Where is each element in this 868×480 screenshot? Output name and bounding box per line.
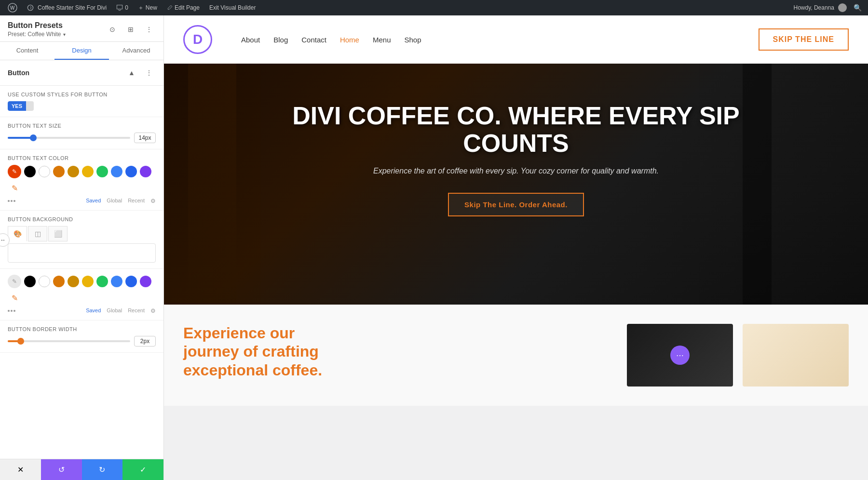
bg-color-settings-icon[interactable]: ⚙ [150,307,156,314]
border-width-slider-track[interactable] [8,340,130,342]
wp-logo-btn[interactable]: W [4,0,21,15]
button-section-header: Button ▲ ⋮ [0,60,163,86]
coffee-site-link[interactable]: Coffee Starter Site For Divi [23,0,110,15]
color-white[interactable] [39,166,50,177]
text-size-label: Button Text Size [8,123,156,129]
user-avatar[interactable] [838,3,847,12]
color-green[interactable] [96,166,108,177]
below-hero-title: Experience our journey of crafting excep… [183,324,612,379]
color-yellow-orange[interactable] [68,166,79,177]
below-card-dark: ⋯ [627,324,733,387]
tab-design[interactable]: Design [54,42,109,60]
color-settings-icon[interactable]: ⚙ [150,198,156,204]
card-circle-icon: ⋯ [670,346,690,365]
preset-chevron-icon[interactable]: ▾ [63,32,66,37]
below-hero-cards: ⋯ [627,324,849,387]
panel-subtitle: Preset: Coffee White ▾ [8,31,66,38]
color-blue-dark[interactable] [125,166,137,177]
svg-point-2 [27,5,33,10]
color-more-btn[interactable] [8,200,15,202]
bg-color-picker[interactable]: ✎ [8,275,21,288]
skip-line-header-btn[interactable]: Skip the Line [759,28,849,51]
below-hero-section: Experience our journey of crafting excep… [164,305,868,406]
new-content-btn[interactable]: ＋ New [134,0,161,15]
admin-bar-right: Howdy, Deanna 🔍 [794,1,865,14]
focus-mode-btn[interactable]: ⊙ [106,23,119,36]
nav-contact[interactable]: Contact [301,36,326,44]
collapse-section-btn[interactable]: ▲ [125,66,138,80]
nav-home[interactable]: Home [340,36,359,44]
redo-icon: ↻ [99,465,105,474]
toggle-no-label [26,104,34,108]
bg-color-orange[interactable] [53,276,65,287]
bg-color-blue-dark[interactable] [125,276,137,287]
save-icon: ✓ [140,465,146,474]
color-blue[interactable] [111,166,122,177]
text-size-value[interactable]: 14px [134,133,156,143]
section-more-btn[interactable]: ⋮ [142,66,156,80]
custom-styles-label: Use Custom Styles For Button [8,92,156,97]
admin-search-btn[interactable]: 🔍 [851,1,864,14]
nav-menu[interactable]: Menu [373,36,391,44]
redo-btn[interactable]: ↻ [82,459,123,480]
saved-tag: Saved [86,198,101,204]
color-purple[interactable] [140,166,151,177]
howdy-label: Howdy, Deanna [794,4,835,11]
tab-advanced[interactable]: Advanced [109,42,163,60]
bg-color-black[interactable] [24,276,36,287]
bg-color-purple[interactable] [140,276,151,287]
exit-builder-btn[interactable]: Exit Visual Builder [205,0,260,15]
text-size-slider-track[interactable] [8,137,130,139]
border-width-label: Button Border Width [8,326,156,332]
color-picker-active[interactable]: ✎ [8,165,21,178]
toggle-yes-label: YES [8,101,26,111]
custom-styles-toggle[interactable]: YES [8,101,34,111]
hero-subtitle: Experience the art of coffee with every … [164,167,868,175]
text-color-swatches: ✎ ✎ [8,165,156,195]
nav-about[interactable]: About [241,36,260,44]
undo-btn[interactable]: ↺ [41,459,82,480]
nav-shop[interactable]: Shop [404,36,421,44]
bg-color-green[interactable] [96,276,108,287]
color-yellow[interactable] [82,166,94,177]
save-btn[interactable]: ✓ [122,459,163,480]
eyedropper-icon: ✎ [12,168,17,175]
more-options-btn[interactable]: ⋮ [142,23,156,36]
border-width-value[interactable]: 2px [134,336,156,347]
bg-image-tab[interactable]: ⬜ [48,226,68,241]
bg-color-edit-icon[interactable]: ✎ [8,291,21,305]
bg-gradient-tab[interactable]: ◫ [28,226,47,241]
bg-color-yellow-orange[interactable] [68,276,79,287]
bg-eyedropper-icon: ✎ [12,278,17,285]
bottom-toolbar: ✕ ↺ ↻ ✓ [0,459,163,480]
bg-color-more-btn[interactable] [8,310,15,312]
bg-row: Button Background 🎨 ◫ ⬜ [0,211,163,269]
below-hero-text: Experience our journey of crafting excep… [183,324,612,387]
color-orange[interactable] [53,166,65,177]
bg-color-section: ✎ ✎ [0,269,163,320]
nav-blog[interactable]: Blog [273,36,288,44]
panel-header: Button Presets Preset: Coffee White ▾ ⊙ … [0,15,163,42]
color-edit-icon[interactable]: ✎ [8,181,21,195]
bg-color-tab[interactable]: 🎨 [8,226,27,241]
panel-tabs: Content Design Advanced [0,42,163,60]
hero-cta-btn[interactable]: Skip The Line. Order Ahead. [448,193,584,216]
site-logo[interactable]: D [183,25,212,54]
comments-btn[interactable]: 0 [112,0,132,15]
tab-content[interactable]: Content [0,42,54,60]
layout-btn[interactable]: ⊞ [124,23,137,36]
bg-color-white[interactable] [39,276,50,287]
cancel-btn[interactable]: ✕ [0,459,41,480]
bg-color-display[interactable] [8,243,156,263]
text-size-slider-thumb[interactable] [30,134,37,141]
bg-color-yellow[interactable] [82,276,94,287]
border-width-slider-thumb[interactable] [17,338,24,345]
undo-icon: ↺ [58,465,65,474]
bg-recent-tag: Recent [128,307,145,314]
edit-page-btn[interactable]: Edit Page [163,0,203,15]
bg-color-blue[interactable] [111,276,122,287]
cancel-icon: ✕ [17,465,24,474]
panel-title: Button Presets [8,21,66,30]
color-black[interactable] [24,166,36,177]
site-name-label: Coffee Starter Site For Divi [38,4,107,11]
